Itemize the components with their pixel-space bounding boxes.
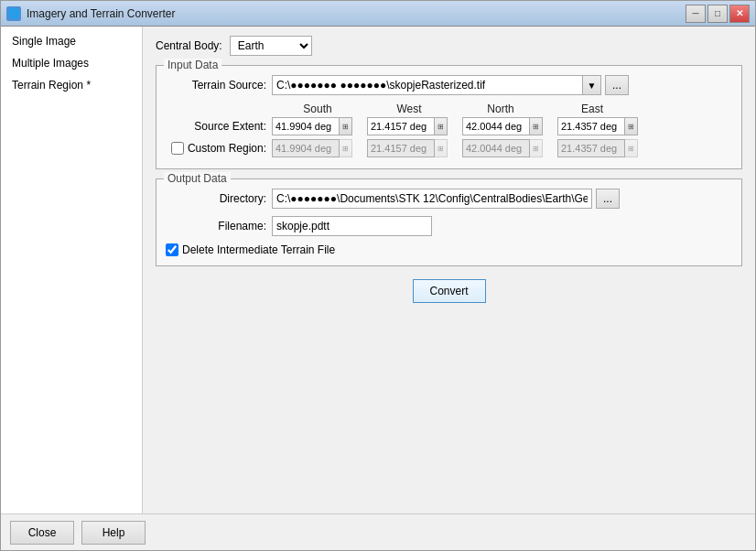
extent-headers: South West North East [166, 103, 732, 115]
right-panel: Central Body: Earth Moon Mars Input Data… [143, 27, 755, 513]
north-header: North [455, 103, 546, 115]
footer: Close Help [1, 513, 755, 550]
custom-west-cell: ⊞ [367, 139, 459, 157]
custom-east-input [557, 139, 625, 157]
west-extent-input[interactable] [367, 117, 435, 135]
terrain-source-combo: ▼ ... [272, 75, 629, 95]
terrain-source-dropdown-arrow[interactable]: ▼ [583, 75, 601, 95]
window-close-button[interactable]: ✕ [729, 5, 750, 23]
convert-button[interactable]: Convert [413, 279, 486, 303]
source-extent-row: Source Extent: ⊞ ⊞ ⊞ [166, 117, 732, 135]
help-button[interactable]: Help [81, 521, 146, 545]
terrain-source-input[interactable] [272, 75, 583, 95]
app-icon: 🌐 [6, 6, 21, 21]
custom-region-row: Custom Region: ⊞ ⊞ [166, 139, 732, 157]
input-data-title: Input Data [164, 59, 221, 71]
north-extent-cell: ⊞ [462, 117, 554, 135]
north-extent-input[interactable] [462, 117, 530, 135]
output-data-title: Output Data [164, 172, 231, 185]
sidebar-item-multiple-images[interactable]: Multiple Images [1, 52, 142, 74]
delete-intermediate-label[interactable]: Delete Intermediate Terrain File [166, 243, 335, 256]
east-spin-button[interactable]: ⊞ [625, 117, 638, 135]
terrain-source-browse-button[interactable]: ... [605, 75, 629, 95]
filename-label: Filename: [166, 220, 266, 232]
sidebar-item-terrain-region[interactable]: Terrain Region * [1, 74, 142, 96]
south-spin-button[interactable]: ⊞ [340, 117, 352, 135]
custom-north-input [462, 139, 530, 157]
window-controls: ─ □ ✕ [686, 5, 750, 23]
south-header: South [272, 103, 363, 115]
central-body-select[interactable]: Earth Moon Mars [230, 36, 312, 56]
directory-row: Directory: ... [166, 189, 732, 209]
directory-input[interactable] [272, 189, 592, 209]
terrain-source-label: Terrain Source: [166, 79, 266, 92]
convert-button-area: Convert [156, 279, 742, 303]
title-bar: 🌐 Imagery and Terrain Converter ─ □ ✕ [1, 1, 755, 27]
custom-north-cell: ⊞ [462, 139, 554, 157]
custom-region-checkbox[interactable] [171, 142, 184, 155]
custom-region-checkbox-label[interactable]: Custom Region: [171, 142, 266, 155]
custom-region-spacer: Custom Region: [166, 142, 266, 155]
close-button[interactable]: Close [10, 521, 74, 545]
source-extent-label: Source Extent: [166, 120, 266, 133]
custom-region-values: ⊞ ⊞ ⊞ ⊞ [272, 139, 732, 157]
south-extent-cell: ⊞ [272, 117, 363, 135]
directory-label: Directory: [166, 192, 266, 205]
delete-intermediate-row: Delete Intermediate Terrain File [166, 243, 732, 256]
custom-east-spin: ⊞ [625, 139, 638, 157]
central-body-row: Central Body: Earth Moon Mars [156, 36, 742, 56]
west-extent-cell: ⊞ [367, 117, 459, 135]
west-spin-button[interactable]: ⊞ [435, 117, 448, 135]
custom-east-cell: ⊞ [557, 139, 649, 157]
filename-input[interactable] [272, 216, 432, 236]
sidebar-item-single-image[interactable]: Single Image [1, 30, 142, 52]
output-data-group: Output Data Directory: ... Filename: [156, 178, 742, 266]
sidebar: Single Image Multiple Images Terrain Reg… [1, 27, 143, 513]
input-data-group: Input Data Terrain Source: ▼ ... South W… [156, 65, 742, 169]
custom-south-input [272, 139, 340, 157]
north-spin-button[interactable]: ⊞ [530, 117, 543, 135]
central-body-label: Central Body: [156, 39, 222, 52]
east-extent-cell: ⊞ [557, 117, 649, 135]
custom-south-cell: ⊞ [272, 139, 363, 157]
window-title: Imagery and Terrain Converter [27, 7, 686, 20]
delete-intermediate-checkbox[interactable] [166, 243, 178, 256]
maximize-button[interactable]: □ [707, 5, 728, 23]
main-window: 🌐 Imagery and Terrain Converter ─ □ ✕ Si… [0, 0, 756, 551]
directory-browse-button[interactable]: ... [596, 189, 620, 209]
main-content: Single Image Multiple Images Terrain Reg… [1, 27, 755, 513]
custom-west-spin: ⊞ [435, 139, 448, 157]
source-extent-values: ⊞ ⊞ ⊞ ⊞ [272, 117, 732, 135]
minimize-button[interactable]: ─ [686, 5, 706, 23]
filename-row: Filename: [166, 216, 732, 236]
south-extent-input[interactable] [272, 117, 340, 135]
west-header: West [363, 103, 455, 115]
custom-south-spin: ⊞ [340, 139, 352, 157]
terrain-source-row: Terrain Source: ▼ ... [166, 75, 732, 95]
custom-north-spin: ⊞ [530, 139, 543, 157]
east-header: East [546, 103, 638, 115]
east-extent-input[interactable] [557, 117, 625, 135]
custom-west-input [367, 139, 435, 157]
